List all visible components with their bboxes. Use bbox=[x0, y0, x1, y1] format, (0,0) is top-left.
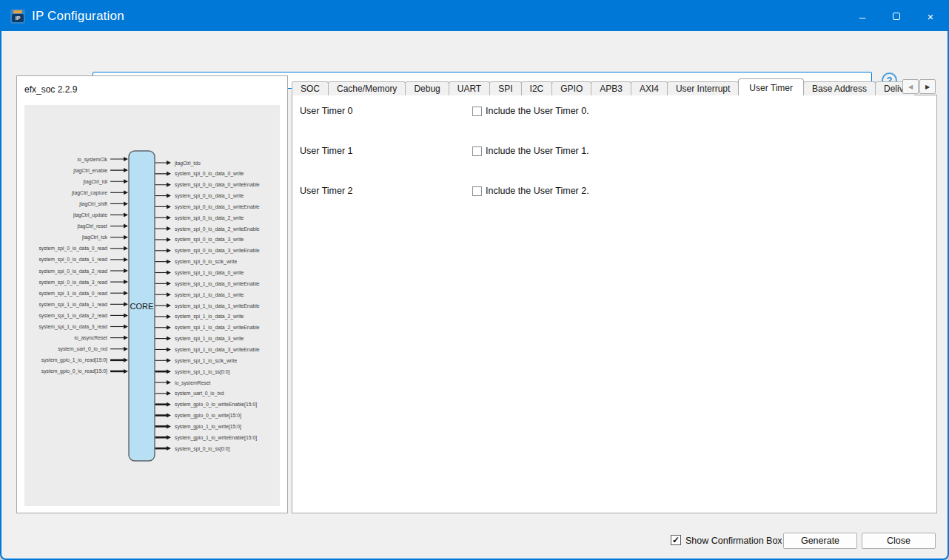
output-port-system_spi_1_io_data_0_writeEnable: system_spi_1_io_data_0_writeEnable bbox=[155, 281, 260, 287]
svg-text:system_spi_1_io_data_3_read: system_spi_1_io_data_3_read bbox=[38, 324, 107, 330]
svg-text:system_spi_0_io_data_0_write: system_spi_0_io_data_0_write bbox=[175, 171, 244, 177]
output-port-system_spi_0_io_data_3_write: system_spi_0_io_data_3_write bbox=[155, 237, 244, 243]
output-port-jtagCtrl_tdo: jtagCtrl_tdo bbox=[155, 161, 201, 166]
tab-spi[interactable]: SPI bbox=[489, 81, 521, 95]
include-user-timer-1-label: Include the User Timer 1. bbox=[486, 146, 589, 156]
svg-text:system_gpio_1_io_read[15:0]: system_gpio_1_io_read[15:0] bbox=[41, 357, 107, 363]
minimize-icon[interactable]: – bbox=[845, 1, 879, 31]
settings-panel: SOCCache/MemoryDebugUARTSPII2CGPIOAPB3AX… bbox=[292, 78, 937, 513]
output-port-system_spi_0_io_data_2_writeEnable: system_spi_0_io_data_2_writeEnable bbox=[155, 226, 260, 232]
tab-gpio[interactable]: GPIO bbox=[551, 81, 591, 95]
svg-text:system_spi_0_io_data_2_read: system_spi_0_io_data_2_read bbox=[38, 269, 107, 274]
svg-text:jtagCtrl_tdo: jtagCtrl_tdo bbox=[174, 161, 201, 166]
output-port-system_spi_0_io_data_0_writeEnable: system_spi_0_io_data_0_writeEnable bbox=[155, 182, 260, 188]
input-port-system_spi_1_io_data_2_read: system_spi_1_io_data_2_read bbox=[38, 313, 128, 319]
input-port-system_gpio_0_io_read[15:0]: system_gpio_0_io_read[15:0] bbox=[41, 368, 128, 374]
input-port-jtagCtrl_tdi: jtagCtrl_tdi bbox=[83, 179, 129, 185]
input-port-io_systemClk: io_systemClk bbox=[78, 157, 128, 163]
input-port-jtagCtrl_enable: jtagCtrl_enable bbox=[73, 168, 128, 174]
close-button[interactable]: Close bbox=[862, 533, 936, 549]
user-timer-label-1: User Timer 1 bbox=[300, 146, 353, 156]
include-user-timer-2-label: Include the User Timer 2. bbox=[486, 186, 589, 196]
input-port-jtagCtrl_capture: jtagCtrl_capture bbox=[71, 190, 128, 196]
block-diagram-canvas: COREio_systemClkjtagCtrl_enablejtagCtrl_… bbox=[24, 105, 280, 506]
tab-strip: SOCCache/MemoryDebugUARTSPII2CGPIOAPB3AX… bbox=[292, 78, 914, 95]
input-port-system_gpio_1_io_read[15:0]: system_gpio_1_io_read[15:0] bbox=[41, 357, 128, 363]
tab-soc[interactable]: SOC bbox=[292, 81, 329, 95]
tab-base-address[interactable]: Base Address bbox=[803, 81, 876, 95]
svg-text:system_spi_1_io_data_0_read: system_spi_1_io_data_0_read bbox=[38, 291, 107, 297]
svg-text:system_spi_1_io_data_0_writeEn: system_spi_1_io_data_0_writeEnable bbox=[175, 281, 260, 287]
svg-text:system_spi_0_io_data_1_writeEn: system_spi_0_io_data_1_writeEnable bbox=[175, 204, 260, 210]
svg-text:system_spi_1_io_ss[0:0]: system_spi_1_io_ss[0:0] bbox=[175, 369, 230, 375]
output-port-system_spi_1_io_data_1_write: system_spi_1_io_data_1_write bbox=[155, 292, 244, 298]
include-user-timer-0-checkbox[interactable] bbox=[472, 107, 482, 116]
svg-text:system_spi_1_io_data_2_writeEn: system_spi_1_io_data_2_writeEnable bbox=[175, 325, 260, 331]
svg-text:io_asyncReset: io_asyncReset bbox=[74, 335, 107, 341]
output-port-system_spi_0_io_ss[0:0]: system_spi_0_io_ss[0:0] bbox=[155, 446, 230, 452]
block-diagram-panel: efx_soc 2.2.9 COREio_systemClkjtagCtrl_e… bbox=[16, 75, 288, 513]
output-port-system_gpio_1_io_writeEnable[15:0]: system_gpio_1_io_writeEnable[15:0] bbox=[155, 435, 258, 441]
output-port-system_spi_0_io_data_2_write: system_spi_0_io_data_2_write bbox=[155, 215, 244, 221]
window-controls: – × bbox=[845, 1, 948, 31]
input-port-system_spi_0_io_data_0_read: system_spi_0_io_data_0_read bbox=[38, 246, 128, 252]
svg-text:jtagCtrl_reset: jtagCtrl_reset bbox=[77, 223, 108, 229]
output-port-system_gpio_1_io_write[15:0]: system_gpio_1_io_write[15:0] bbox=[155, 424, 242, 430]
maximize-icon[interactable] bbox=[879, 1, 913, 31]
svg-text:system_spi_0_io_data_3_write: system_spi_0_io_data_3_write bbox=[175, 237, 244, 243]
close-icon[interactable]: × bbox=[913, 1, 948, 31]
include-user-timer-2-checkbox[interactable] bbox=[472, 186, 482, 196]
output-port-system_gpio_0_io_write[15:0]: system_gpio_0_io_write[15:0] bbox=[155, 413, 242, 419]
tab-i2c[interactable]: I2C bbox=[521, 81, 553, 95]
maximize-glyph bbox=[893, 13, 900, 20]
tab-uart[interactable]: UART bbox=[449, 81, 490, 95]
svg-text:jtagCtrl_update: jtagCtrl_update bbox=[73, 212, 107, 218]
svg-text:system_spi_1_io_sclk_write: system_spi_1_io_sclk_write bbox=[175, 358, 237, 364]
output-port-system_spi_1_io_data_0_write: system_spi_1_io_data_0_write bbox=[155, 270, 244, 276]
svg-text:system_spi_1_io_data_2_write: system_spi_1_io_data_2_write bbox=[175, 314, 244, 320]
tab-user-timer[interactable]: User Timer bbox=[738, 78, 804, 95]
tab-debug[interactable]: Debug bbox=[405, 81, 449, 95]
input-port-system_spi_0_io_data_1_read: system_spi_0_io_data_1_read bbox=[38, 257, 128, 263]
core-block-label: CORE bbox=[130, 302, 154, 311]
svg-text:system_gpio_1_io_writeEnable[1: system_gpio_1_io_writeEnable[15:0] bbox=[175, 435, 257, 441]
input-port-jtagCtrl_update: jtagCtrl_update bbox=[73, 212, 128, 218]
tab-cache-memory[interactable]: Cache/Memory bbox=[328, 81, 406, 95]
output-port-system_spi_1_io_data_3_write: system_spi_1_io_data_3_write bbox=[155, 336, 244, 342]
include-user-timer-0-label: Include the User Timer 0. bbox=[486, 106, 589, 116]
input-port-io_asyncReset: io_asyncReset bbox=[74, 335, 128, 341]
core-block-diagram: COREio_systemClkjtagCtrl_enablejtagCtrl_… bbox=[24, 105, 280, 506]
output-port-system_spi_0_io_data_1_write: system_spi_0_io_data_1_write bbox=[155, 193, 244, 199]
generate-button[interactable]: Generate bbox=[783, 533, 857, 549]
app-icon-lid bbox=[13, 10, 22, 13]
svg-text:jtagCtrl_shift: jtagCtrl_shift bbox=[78, 201, 107, 207]
tab-user-interrupt[interactable]: User Interrupt bbox=[667, 81, 739, 95]
svg-text:system_spi_0_io_ss[0:0]: system_spi_0_io_ss[0:0] bbox=[175, 446, 230, 452]
output-port-system_spi_1_io_ss[0:0]: system_spi_1_io_ss[0:0] bbox=[155, 369, 230, 375]
show-confirmation-checkbox[interactable]: ✓ bbox=[671, 535, 681, 545]
output-port-system_spi_0_io_data_1_writeEnable: system_spi_0_io_data_1_writeEnable bbox=[155, 204, 260, 210]
user-timer-label-0: User Timer 0 bbox=[300, 106, 353, 116]
tab-scroll-left-icon[interactable]: ◀ bbox=[902, 79, 919, 94]
tab-bar: SOCCache/MemoryDebugUARTSPII2CGPIOAPB3AX… bbox=[292, 78, 937, 95]
svg-text:jtagCtrl_tck: jtagCtrl_tck bbox=[81, 235, 108, 240]
user-timer-label-2: User Timer 2 bbox=[300, 186, 353, 196]
svg-text:jtagCtrl_enable: jtagCtrl_enable bbox=[73, 168, 107, 174]
ip-core-version-label: efx_soc 2.2.9 bbox=[24, 84, 77, 95]
show-confirmation-label: Show Confirmation Box bbox=[685, 536, 782, 546]
output-port-system_spi_1_io_data_3_writeEnable: system_spi_1_io_data_3_writeEnable bbox=[155, 347, 260, 353]
svg-text:system_uart_0_io_txd: system_uart_0_io_txd bbox=[175, 391, 224, 397]
svg-text:system_spi_0_io_data_2_writeEn: system_spi_0_io_data_2_writeEnable bbox=[175, 226, 260, 232]
output-port-system_spi_0_io_data_3_writeEnable: system_spi_0_io_data_3_writeEnable bbox=[155, 248, 260, 254]
tab-apb3[interactable]: APB3 bbox=[591, 81, 631, 95]
tab-scroll-right-icon[interactable]: ▶ bbox=[919, 79, 936, 94]
svg-text:system_spi_0_io_data_1_write: system_spi_0_io_data_1_write bbox=[175, 193, 244, 199]
output-port-system_spi_1_io_data_1_writeEnable: system_spi_1_io_data_1_writeEnable bbox=[155, 303, 260, 309]
output-port-system_spi_1_io_sclk_write: system_spi_1_io_sclk_write bbox=[155, 358, 238, 364]
include-user-timer-1-checkbox[interactable] bbox=[472, 146, 482, 156]
svg-text:system_spi_0_io_data_1_read: system_spi_0_io_data_1_read bbox=[38, 257, 107, 263]
svg-text:jtagCtrl_capture: jtagCtrl_capture bbox=[71, 190, 107, 196]
svg-text:system_uart_0_io_rxd: system_uart_0_io_rxd bbox=[58, 346, 107, 352]
svg-text:system_spi_0_io_sclk_write: system_spi_0_io_sclk_write bbox=[175, 259, 237, 265]
tab-axi4[interactable]: AXI4 bbox=[631, 81, 668, 95]
